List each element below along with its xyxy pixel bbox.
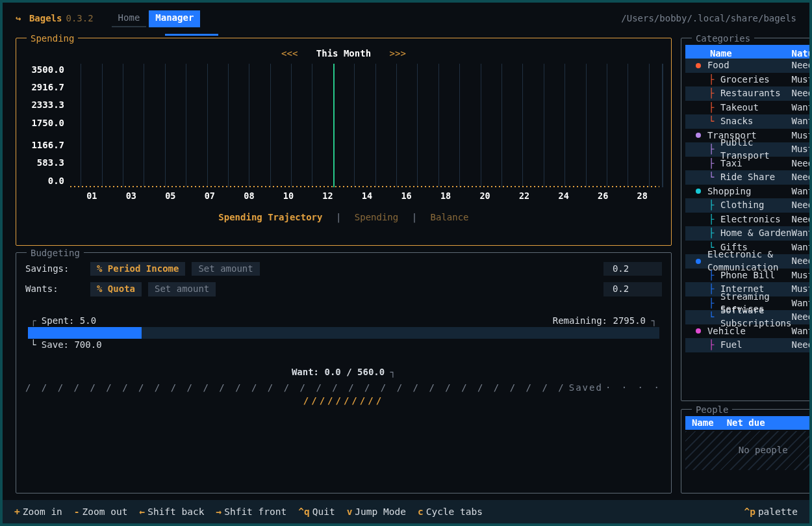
spent-label: Spent: 5.0	[42, 315, 96, 326]
category-item[interactable]: ├RestaurantsNeed	[685, 86, 812, 101]
footer-cycle-tabs[interactable]: cCycle tabs	[418, 505, 483, 518]
footer: +Zoom in-Zoom out←Shift back→Shfit front…	[3, 500, 809, 523]
savings-label: Savings:	[25, 263, 84, 276]
spending-chart: 3500.02916.72333.31750.01166.7583.30.0	[25, 64, 662, 187]
people-col-due: Net due	[727, 417, 765, 430]
tab-manager[interactable]: Manager	[149, 10, 200, 27]
spending-title: Spending	[27, 33, 78, 46]
savings-mode-amount[interactable]: Set amount	[192, 262, 259, 276]
footer-palette[interactable]: ^ppalette	[744, 505, 798, 518]
categories-title: Categories	[692, 33, 754, 46]
people-col-name: Name	[692, 417, 714, 430]
chart-tab-spending[interactable]: Spending	[347, 212, 406, 222]
wants-mode-amount[interactable]: Set amount	[148, 282, 216, 296]
x-axis: 010305070810121416182022242628	[25, 190, 662, 202]
budgeting-panel: Budgeting Savings: % Period Income Set a…	[16, 252, 672, 493]
people-empty: No people	[685, 431, 812, 470]
category-group[interactable]: Electronic & CommunicationNeed	[685, 254, 812, 269]
category-item[interactable]: ├TakeoutWant	[685, 101, 812, 115]
db-path: /Users/bobby/.local/share/bagels	[621, 12, 796, 25]
category-item[interactable]: └SnacksWant	[685, 114, 812, 129]
footer-zoom-out[interactable]: -Zoom out	[74, 505, 128, 518]
footer-jump-mode[interactable]: vJump Mode	[347, 505, 406, 518]
month-nav: <<< This Month >>>	[25, 47, 662, 60]
category-item[interactable]: └Software SubscriptionsNeed	[685, 310, 812, 324]
categories-list[interactable]: NameNatureFoodNeed├GroceriesMust├Restaur…	[685, 45, 812, 395]
budget-bar	[28, 327, 659, 339]
category-item[interactable]: ├Public TransportMust	[685, 142, 812, 157]
app-name: Bagels	[29, 13, 62, 23]
categories-panel: Categories NameNatureFoodNeed├GroceriesM…	[681, 38, 812, 401]
next-month[interactable]: >>>	[377, 48, 419, 59]
category-item[interactable]: └Ride ShareNeed	[685, 170, 812, 185]
people-panel: People Name Net due No people	[681, 409, 812, 493]
people-header: Name Net due	[685, 416, 812, 430]
savings-value[interactable]: 0.2	[603, 262, 662, 276]
plot-area[interactable]	[70, 64, 659, 187]
app-title: ↪ Bagels	[16, 12, 62, 25]
budget-bar-fill	[28, 327, 142, 339]
tab-home[interactable]: Home	[112, 10, 147, 27]
category-item[interactable]: ├ClothingNeed	[685, 198, 812, 213]
footer-zoom-in[interactable]: +Zoom in	[14, 505, 62, 518]
wants-label: Wants:	[25, 283, 84, 296]
footer-quit[interactable]: ^qQuit	[298, 505, 335, 518]
main-tabs: Home Manager	[112, 10, 201, 27]
spending-panel: Spending <<< This Month >>> 3500.02916.7…	[16, 38, 672, 246]
category-item[interactable]: ├Home & GardenWant	[685, 226, 812, 241]
right-axis	[662, 64, 663, 187]
save-label: Save: 700.0	[42, 339, 102, 350]
wants-mode-pct[interactable]: % Quota	[90, 282, 142, 296]
categories-header: NameNature	[685, 45, 812, 59]
period-label: This Month	[316, 48, 371, 59]
tab-underline	[165, 34, 218, 36]
prev-month[interactable]: <<<	[268, 48, 311, 59]
arrow-icon: ↪	[16, 13, 21, 23]
chart-tab-trajectory[interactable]: Spending Trajectory	[210, 212, 330, 222]
footer-shift-back[interactable]: ←Shift back	[139, 505, 204, 518]
category-group[interactable]: FoodNeed	[685, 59, 812, 73]
category-group[interactable]: VehicleWant	[685, 324, 812, 339]
people-title: People	[692, 404, 733, 417]
wants-value[interactable]: 0.2	[603, 282, 662, 296]
baseline	[70, 186, 659, 187]
category-item[interactable]: ├Phone BillMust	[685, 269, 812, 283]
app-version: 0.3.2	[66, 12, 93, 25]
category-group[interactable]: ShoppingWant	[685, 185, 812, 199]
remaining-label: Remaining: 2795.0	[553, 315, 646, 326]
chart-tab-balance[interactable]: Balance	[423, 212, 477, 222]
footer-shfit-front[interactable]: →Shfit front	[216, 505, 286, 518]
saved-stripe: / / / / / / / / / / / / / / / / / / / / …	[25, 382, 662, 395]
header: ↪ Bagels 0.3.2 Home Manager /Users/bobby…	[3, 3, 809, 31]
category-item[interactable]: ├TaxiNeed	[685, 157, 812, 171]
y-axis: 3500.02916.72333.31750.01166.7583.30.0	[28, 64, 70, 187]
budgeting-title: Budgeting	[27, 247, 84, 260]
savings-mode-pct[interactable]: % Period Income	[90, 262, 185, 276]
category-item[interactable]: ├FuelNeed	[685, 338, 812, 352]
chart-tabs: Spending Trajectory | Spending | Balance	[25, 211, 662, 224]
category-item[interactable]: ├GroceriesMust	[685, 73, 812, 87]
want-line: Want: 0.0 / 560.0	[292, 367, 385, 377]
saved-slashes: //////////	[25, 395, 662, 408]
category-item[interactable]: ├ElectronicsNeed	[685, 213, 812, 227]
